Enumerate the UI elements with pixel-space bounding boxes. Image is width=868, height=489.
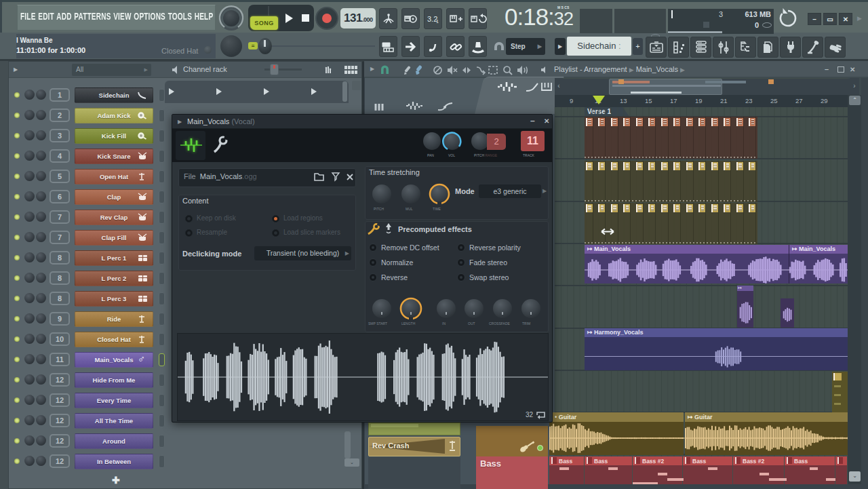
svg-text:1: 1 (436, 19, 439, 24)
